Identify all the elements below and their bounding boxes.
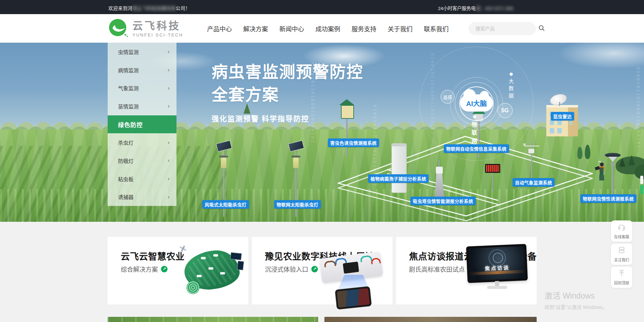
welcome-redacted: 南云飞科技发展有限 bbox=[132, 6, 176, 11]
back-to-top-button[interactable]: 回到顶部 bbox=[611, 267, 632, 288]
next-row-image-left[interactable] bbox=[108, 317, 318, 322]
menu-item-weather-monitoring[interactable]: 气象监测 › bbox=[108, 79, 176, 97]
card-illustration-island bbox=[184, 251, 243, 295]
menu-item-green-control[interactable]: 绿色防控 bbox=[108, 115, 176, 134]
headset-icon bbox=[618, 223, 626, 232]
card-illustration-expo bbox=[321, 255, 388, 301]
chevron-right-icon: › bbox=[168, 175, 170, 182]
main-nav: 产品中心 解决方案 新闻中心 成功案例 服务支持 关于我们 联系我们 bbox=[207, 14, 449, 43]
nav-support[interactable]: 服务支持 bbox=[352, 24, 376, 33]
card-subtitle: 沉浸式体验入口 ↗ bbox=[265, 264, 318, 273]
logo[interactable]: 云飞科技 YUNFEI SCI-TECH bbox=[108, 18, 183, 40]
nav-solutions[interactable]: 解决方案 bbox=[243, 24, 268, 33]
5g-node: 5G bbox=[497, 103, 513, 118]
menu-item-insect-monitoring[interactable]: 虫情监测 › bbox=[108, 43, 176, 61]
search-box bbox=[469, 22, 536, 35]
device-label: 风吸式太阳能杀虫灯 bbox=[202, 200, 249, 209]
phone-redacted: 话：400 0371 689 bbox=[476, 6, 514, 11]
qrcode-icon bbox=[618, 246, 626, 256]
next-row-image-right[interactable] bbox=[324, 317, 537, 322]
search-icon[interactable] bbox=[538, 25, 545, 33]
scrollbar-thumb-green[interactable] bbox=[640, 185, 643, 194]
menu-item-insecticidal-lamp[interactable]: 杀虫灯 › bbox=[108, 133, 176, 152]
hero-title: 病虫害监测预警防控全套方案 bbox=[212, 61, 363, 106]
menu-item-trap[interactable]: 诱捕器 › bbox=[108, 188, 176, 206]
menu-item-disease-monitoring[interactable]: 病情监测 › bbox=[108, 61, 176, 79]
card-subtitle: 综合解决方案 ↗ bbox=[121, 264, 168, 273]
hero-text: 病虫害监测预警防控全套方案 强化监测预警 科学指导防控 bbox=[212, 61, 363, 123]
scrollbar-thumb[interactable] bbox=[640, 176, 643, 184]
binary-decoration: 0100101101000110100101 bbox=[372, 105, 377, 201]
menu-item-seedling-monitoring[interactable]: 苗情监测 › bbox=[108, 97, 176, 115]
device-label: 昆虫雷达 bbox=[551, 112, 574, 121]
product-dropdown-menu: 虫情监测 › 病情监测 › 气象监测 › 苗情监测 › 绿色防控 杀虫灯 › 防… bbox=[108, 43, 176, 206]
remote-sensing-node: 遥感 bbox=[441, 90, 454, 104]
iot-node: 物联网 bbox=[472, 115, 477, 145]
logo-title: 云飞科技 bbox=[132, 21, 183, 31]
chevron-right-icon: › bbox=[168, 48, 170, 55]
site-header: 云飞科技 YUNFEI SCI-TECH 产品中心 解决方案 新闻中心 成功案例… bbox=[0, 14, 644, 43]
chevron-right-icon: › bbox=[168, 66, 170, 73]
menu-item-sticky-board[interactable]: 粘虫板 › bbox=[108, 170, 176, 188]
search-input[interactable] bbox=[475, 25, 538, 32]
welcome-text: 欢迎来到河南云飞科技发展有限公司！ bbox=[108, 4, 190, 11]
chevron-right-icon: › bbox=[168, 103, 170, 110]
nav-news[interactable]: 新闻中心 bbox=[279, 24, 304, 33]
floating-toolbar: 在线客服 关注我们 回到顶部 bbox=[611, 220, 632, 290]
hero-banner[interactable]: 0100101101000110100101 01001011010001101… bbox=[0, 43, 644, 222]
device-label: 吸虫塔虫情智能测报分析系统 bbox=[410, 197, 476, 205]
top-bar: 欢迎来到河南云飞科技发展有限公司！ 24小时客户服务电话：400 0371 68… bbox=[0, 0, 644, 14]
follow-us-button[interactable]: 关注我们 bbox=[611, 243, 632, 265]
promo-card-tv-report[interactable]: 焦点访谈报道云飞数字植保设备 尉氏高标准农田试点 ↗ 焦点访谈 bbox=[396, 237, 537, 304]
logo-subtitle: YUNFEI SCI-TECH bbox=[132, 33, 183, 38]
online-service-button[interactable]: 在线客服 bbox=[611, 220, 632, 242]
nav-cases[interactable]: 成功案例 bbox=[315, 24, 340, 33]
device-label: 物联网虫情性诱测报系统 bbox=[580, 194, 636, 203]
arrow-up-icon bbox=[618, 269, 626, 279]
nav-about[interactable]: 关于我们 bbox=[388, 24, 412, 33]
windows-activation-watermark: 激活 Windows 转到“设置”以激活 Windows。 bbox=[545, 289, 607, 310]
chevron-right-icon: › bbox=[168, 139, 170, 146]
service-hotline: 24小时客户服务电话：400 0371 689 bbox=[438, 4, 513, 11]
nav-products[interactable]: 产品中心 bbox=[207, 24, 232, 33]
device-label: 害虫色诱虫情测报系统 bbox=[328, 138, 379, 147]
menu-item-moth-lamp[interactable]: 防蛾灯 › bbox=[108, 152, 176, 170]
promo-card-smart-agriculture[interactable]: 云飞云智慧农业 综合解决方案 ↗ bbox=[108, 237, 248, 304]
ai-brain-cloud: AI大脑 bbox=[460, 94, 493, 112]
chevron-right-icon: › bbox=[168, 194, 170, 200]
device-label: 物联网自动虫情信息采集系统 bbox=[444, 144, 509, 153]
device-label: 植物病菌孢子捕捉分析系统 bbox=[368, 174, 429, 183]
logo-leaf-icon bbox=[108, 18, 128, 40]
chevron-right-icon: › bbox=[168, 85, 170, 92]
arrow-link-icon[interactable]: ↗ bbox=[311, 266, 318, 272]
chevron-right-icon: › bbox=[168, 157, 170, 164]
card-illustration-monitor: 焦点访谈 bbox=[467, 245, 530, 300]
bigdata-node: 大数据 bbox=[508, 73, 514, 99]
promo-card-online-expo[interactable]: 豫见农业数字科技线上展馆 沉浸式体验入口 ↗ bbox=[252, 237, 393, 304]
device-label: 物联网太阳能杀虫灯 bbox=[274, 200, 321, 209]
device-label: 自动气象监测系统 bbox=[513, 178, 555, 187]
arrow-link-icon[interactable]: ↗ bbox=[161, 266, 168, 272]
hero-subtitle: 强化监测预警 科学指导防控 bbox=[212, 113, 363, 123]
nav-contact[interactable]: 联系我们 bbox=[424, 24, 449, 33]
card-title: 云飞云智慧农业 bbox=[121, 249, 185, 262]
card-subtitle: 尉氏高标准农田试点 ↗ bbox=[409, 264, 474, 273]
